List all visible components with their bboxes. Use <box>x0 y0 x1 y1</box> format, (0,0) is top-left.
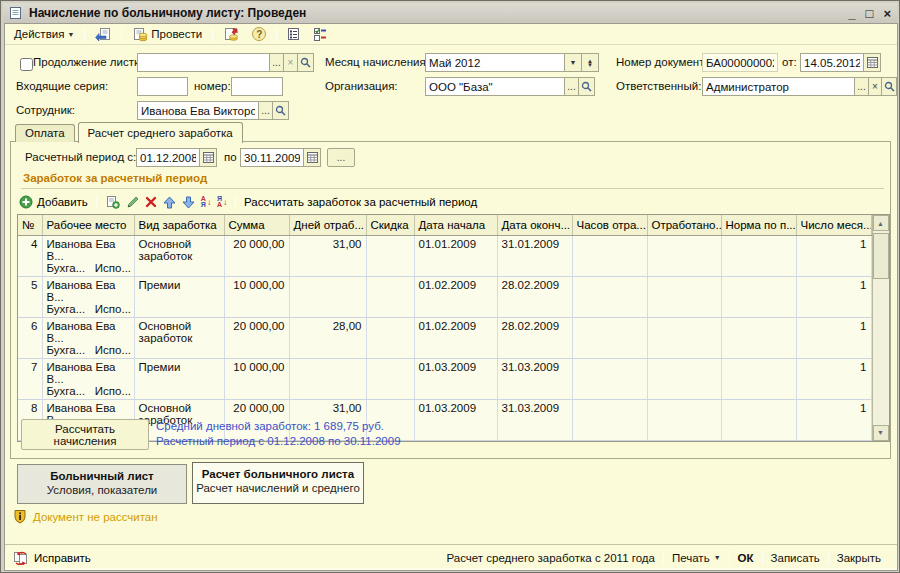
continuation-checkbox[interactable] <box>20 58 33 71</box>
copy-row-button[interactable] <box>105 195 120 209</box>
cell-num[interactable]: 6 <box>18 317 42 358</box>
save-button[interactable]: Записать <box>763 552 828 564</box>
responsible-lookup-button[interactable] <box>882 77 897 96</box>
cell-discount[interactable] <box>366 235 414 276</box>
table-row[interactable]: 5Иванова Ева В...Бухга... Испо...Премии1… <box>18 276 871 317</box>
tab-average-earnings[interactable]: Расчет среднего заработка <box>78 122 243 143</box>
cell-workplace[interactable]: Иванова Ева В...Бухга... Испо... <box>42 358 134 399</box>
cell-worked[interactable] <box>647 399 721 440</box>
month-dropdown-button[interactable]: ▼ <box>565 53 582 72</box>
cell-norm[interactable] <box>721 276 796 317</box>
table-row[interactable]: 4Иванова Ева В...Бухга... Испо...Основно… <box>18 235 871 276</box>
cell-hours[interactable] <box>572 235 647 276</box>
column-header[interactable]: Скидка <box>366 215 414 235</box>
column-header[interactable]: № <box>18 215 42 235</box>
cell-days[interactable]: 31,00 <box>289 235 366 276</box>
table-row[interactable]: 6Иванова Ева В...Бухга... Испо...Основно… <box>18 317 871 358</box>
cell-end[interactable]: 31.01.2009 <box>497 235 572 276</box>
post-button[interactable]: Провести <box>127 25 207 44</box>
move-down-button[interactable] <box>182 196 195 209</box>
continuation-input[interactable] <box>137 53 270 72</box>
cell-worked[interactable] <box>647 317 721 358</box>
organization-lookup-button[interactable] <box>579 77 595 96</box>
column-header[interactable]: Норма по п... <box>721 215 796 235</box>
cell-hours[interactable] <box>572 317 647 358</box>
cell-days[interactable] <box>289 276 366 317</box>
bottom-tab-sick-list[interactable]: Больничный лист Условия, показатели <box>17 464 187 504</box>
column-header[interactable]: Рабочее место <box>42 215 134 235</box>
cell-kind[interactable]: Основной заработок <box>134 317 224 358</box>
cell-start[interactable]: 01.03.2009 <box>414 399 497 440</box>
table-row[interactable]: 7Иванова Ева В...Бухга... Испо...Премии1… <box>18 358 871 399</box>
doc-number-input[interactable] <box>702 53 778 72</box>
actions-menu-button[interactable]: Действия ▼ <box>9 26 79 42</box>
cell-months[interactable]: 1 <box>796 235 871 276</box>
cell-sum[interactable]: 20 000,00 <box>224 317 289 358</box>
cell-workplace[interactable]: Иванова Ева В...Бухга... Испо... <box>42 317 134 358</box>
period-from-input[interactable] <box>136 148 200 167</box>
cell-months[interactable]: 1 <box>796 399 871 440</box>
employee-select-button[interactable]: ... <box>259 101 273 120</box>
cell-months[interactable]: 1 <box>796 358 871 399</box>
cell-start[interactable]: 01.03.2009 <box>414 358 497 399</box>
incoming-number-input[interactable] <box>231 77 283 96</box>
delete-row-button[interactable] <box>145 196 157 208</box>
cell-hours[interactable] <box>572 276 647 317</box>
move-up-button[interactable] <box>163 196 176 209</box>
help-button[interactable]: ? <box>247 25 271 43</box>
bottom-tab-sick-calc[interactable]: Расчет больничного листа Расчет начислен… <box>192 462 364 504</box>
cell-days[interactable] <box>289 358 366 399</box>
fix-button[interactable]: Исправить <box>13 551 91 565</box>
cell-start[interactable]: 01.01.2009 <box>414 235 497 276</box>
column-header[interactable]: Вид заработка <box>134 215 224 235</box>
organization-input[interactable] <box>425 77 565 96</box>
vertical-scrollbar[interactable]: ▲ ▼ <box>872 215 889 441</box>
column-header[interactable]: Сумма <box>224 215 289 235</box>
column-header[interactable]: Дней отраб... <box>289 215 366 235</box>
cell-worked[interactable] <box>647 276 721 317</box>
cell-kind[interactable]: Премии <box>134 276 224 317</box>
organization-select-button[interactable]: ... <box>565 77 579 96</box>
cell-num[interactable]: 5 <box>18 276 42 317</box>
responsible-select-button[interactable]: ... <box>855 77 869 96</box>
cell-hours[interactable] <box>572 358 647 399</box>
unpost-button[interactable] <box>218 25 244 44</box>
cell-sum[interactable]: 20 000,00 <box>224 235 289 276</box>
cell-end[interactable]: 28.02.2009 <box>497 317 572 358</box>
cell-norm[interactable] <box>721 235 796 276</box>
period-more-button[interactable]: ... <box>327 148 355 167</box>
month-spin-button[interactable]: ▲ ▼ <box>582 53 599 72</box>
cell-workplace[interactable]: Иванова Ева В...Бухга... Испо... <box>42 276 134 317</box>
continuation-clear-button[interactable]: × <box>284 53 298 72</box>
cell-days[interactable]: 28,00 <box>289 317 366 358</box>
reread-button[interactable] <box>90 25 116 44</box>
doc-date-input[interactable] <box>800 53 864 72</box>
tab-payment[interactable]: Оплата <box>15 124 75 142</box>
continuation-select-button[interactable]: ... <box>270 53 284 72</box>
cell-discount[interactable] <box>366 358 414 399</box>
cell-start[interactable]: 01.02.2009 <box>414 276 497 317</box>
column-header[interactable]: Отработано... <box>647 215 721 235</box>
cell-discount[interactable] <box>366 276 414 317</box>
period-from-calendar-button[interactable] <box>200 148 217 167</box>
cell-sum[interactable]: 10 000,00 <box>224 276 289 317</box>
cell-end[interactable]: 28.02.2009 <box>497 276 572 317</box>
column-header[interactable]: Число меся... <box>796 215 871 235</box>
cell-worked[interactable] <box>647 235 721 276</box>
cell-norm[interactable] <box>721 358 796 399</box>
responsible-input[interactable] <box>702 77 855 96</box>
cell-start[interactable]: 01.02.2009 <box>414 317 497 358</box>
employee-input[interactable] <box>137 101 259 120</box>
column-header[interactable]: Дата начала <box>414 215 497 235</box>
cell-norm[interactable] <box>721 399 796 440</box>
ok-button[interactable]: ОК <box>730 552 762 564</box>
calculate-earnings-button[interactable]: Рассчитать заработок за расчетный период <box>244 196 477 208</box>
settings-button[interactable] <box>308 25 332 43</box>
cell-num[interactable]: 4 <box>18 235 42 276</box>
cell-kind[interactable]: Основной заработок <box>134 235 224 276</box>
close-button[interactable]: × <box>883 7 891 20</box>
structure-button[interactable] <box>282 25 305 43</box>
cell-end[interactable]: 31.03.2009 <box>497 399 572 440</box>
column-header[interactable]: Часов отра... <box>572 215 647 235</box>
month-input[interactable] <box>425 53 565 72</box>
